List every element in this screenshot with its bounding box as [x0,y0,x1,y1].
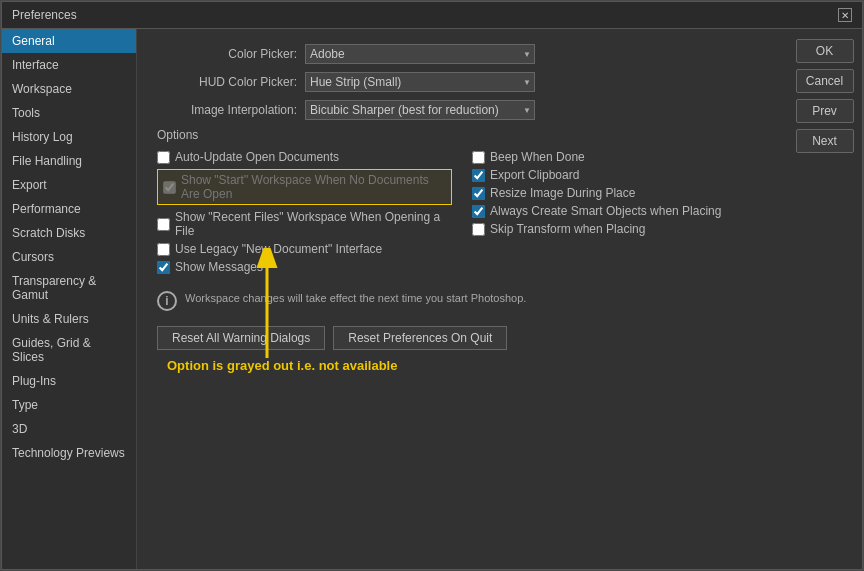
checkbox-start-workspace: Show "Start" Workspace When No Documents… [157,169,452,205]
color-picker-row: Color Picker: Adobe [157,44,767,64]
close-button[interactable]: ✕ [838,8,852,22]
sidebar-item-units--rulers[interactable]: Units & Rulers [2,307,136,331]
options-grid: Auto-Update Open Documents Show "Start" … [157,148,767,276]
reset-preferences-button[interactable]: Reset Preferences On Quit [333,326,507,350]
sidebar-item-scratch-disks[interactable]: Scratch Disks [2,221,136,245]
checkbox-export-clipboard: Export Clipboard [472,166,767,184]
legacy-new-doc-checkbox[interactable] [157,243,170,256]
recent-files-checkbox[interactable] [157,218,170,231]
export-clipboard-checkbox[interactable] [472,169,485,182]
image-interpolation-row: Image Interpolation: Bicubic Sharper (be… [157,100,767,120]
checkbox-show-messages: Show Messages [157,258,452,276]
sidebar-item-interface[interactable]: Interface [2,53,136,77]
preferences-dialog: Preferences ✕ GeneralInterfaceWorkspaceT… [1,1,863,570]
sidebar-item-technology-previews[interactable]: Technology Previews [2,441,136,465]
main-content: Color Picker: Adobe HUD Color Picker: Hu… [137,29,787,569]
smart-objects-label: Always Create Smart Objects when Placing [490,204,721,218]
reset-warnings-button[interactable]: Reset All Warning Dialogs [157,326,325,350]
next-button[interactable]: Next [796,129,854,153]
resize-image-label: Resize Image During Place [490,186,635,200]
info-icon: i [157,291,177,311]
color-picker-label: Color Picker: [157,47,297,61]
show-messages-label: Show Messages [175,260,263,274]
auto-update-checkbox[interactable] [157,151,170,164]
bottom-button-row: Reset All Warning Dialogs Reset Preferen… [157,326,767,350]
dialog-title: Preferences [12,8,77,22]
checkbox-beep: Beep When Done [472,148,767,166]
hud-color-picker-select[interactable]: Hue Strip (Small) [305,72,535,92]
annotation-container: Option is grayed out i.e. not available [157,358,767,373]
sidebar-item-history-log[interactable]: History Log [2,125,136,149]
sidebar-item-workspace[interactable]: Workspace [2,77,136,101]
ok-button[interactable]: OK [796,39,854,63]
sidebar-item-cursors[interactable]: Cursors [2,245,136,269]
sidebar-item-plug-ins[interactable]: Plug-Ins [2,369,136,393]
hud-color-picker-row: HUD Color Picker: Hue Strip (Small) [157,72,767,92]
image-interpolation-label: Image Interpolation: [157,103,297,117]
right-buttons-panel: OK Cancel Prev Next [787,29,862,569]
options-label: Options [157,128,767,142]
show-messages-checkbox[interactable] [157,261,170,274]
checkbox-resize-image: Resize Image During Place [472,184,767,202]
export-clipboard-label: Export Clipboard [490,168,579,182]
checkbox-auto-update: Auto-Update Open Documents [157,148,452,166]
color-picker-select[interactable]: Adobe [305,44,535,64]
sidebar-item-export[interactable]: Export [2,173,136,197]
info-text: Workspace changes will take effect the n… [185,291,526,306]
title-bar: Preferences ✕ [2,2,862,29]
beep-label: Beep When Done [490,150,585,164]
info-row: i Workspace changes will take effect the… [157,286,767,316]
checkbox-skip-transform: Skip Transform when Placing [472,220,767,238]
checkboxes-right: Beep When Done Export Clipboard Resize I… [472,148,767,276]
checkbox-recent-files: Show "Recent Files" Workspace When Openi… [157,208,452,240]
sidebar-item-performance[interactable]: Performance [2,197,136,221]
start-workspace-label: Show "Start" Workspace When No Documents… [181,173,446,201]
color-picker-select-wrapper: Adobe [305,44,535,64]
checkboxes-left: Auto-Update Open Documents Show "Start" … [157,148,452,276]
prev-button[interactable]: Prev [796,99,854,123]
sidebar-item-type[interactable]: Type [2,393,136,417]
sidebar-item-general[interactable]: General [2,29,136,53]
skip-transform-label: Skip Transform when Placing [490,222,645,236]
smart-objects-checkbox[interactable] [472,205,485,218]
start-workspace-checkbox[interactable] [163,181,176,194]
legacy-new-doc-label: Use Legacy "New Document" Interface [175,242,382,256]
sidebar-item-file-handling[interactable]: File Handling [2,149,136,173]
sidebar: GeneralInterfaceWorkspaceToolsHistory Lo… [2,29,137,569]
annotation-text: Option is grayed out i.e. not available [167,358,767,373]
checkbox-legacy-new-doc: Use Legacy "New Document" Interface [157,240,452,258]
beep-checkbox[interactable] [472,151,485,164]
sidebar-item-transparency--gamut[interactable]: Transparency & Gamut [2,269,136,307]
hud-color-picker-select-wrapper: Hue Strip (Small) [305,72,535,92]
image-interpolation-select[interactable]: Bicubic Sharper (best for reduction) [305,100,535,120]
sidebar-item-tools[interactable]: Tools [2,101,136,125]
auto-update-label: Auto-Update Open Documents [175,150,339,164]
checkbox-smart-objects: Always Create Smart Objects when Placing [472,202,767,220]
image-interpolation-select-wrapper: Bicubic Sharper (best for reduction) [305,100,535,120]
skip-transform-checkbox[interactable] [472,223,485,236]
dialog-body: GeneralInterfaceWorkspaceToolsHistory Lo… [2,29,862,569]
sidebar-item-guides-grid--slices[interactable]: Guides, Grid & Slices [2,331,136,369]
hud-color-picker-label: HUD Color Picker: [157,75,297,89]
recent-files-label: Show "Recent Files" Workspace When Openi… [175,210,452,238]
options-section: Options Auto-Update Open Documents Show … [157,128,767,276]
sidebar-item-3d[interactable]: 3D [2,417,136,441]
resize-image-checkbox[interactable] [472,187,485,200]
cancel-button[interactable]: Cancel [796,69,854,93]
